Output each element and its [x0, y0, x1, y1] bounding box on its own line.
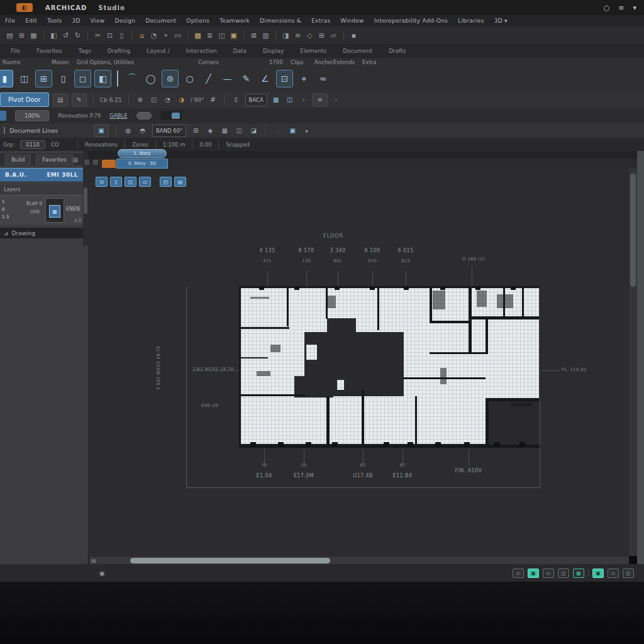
horizontal-scroll-thumb[interactable] [130, 558, 330, 564]
rotate-icon[interactable]: ◔ [148, 30, 160, 41]
columns-icon[interactable]: ▥ [260, 30, 272, 41]
sidebar-selected-row[interactable]: B.A.U. EMI 30LL [0, 168, 83, 182]
slab-tool-icon[interactable]: ◻ [74, 70, 91, 87]
coordinate-readout[interactable]: Cb 6.21 [100, 94, 122, 106]
fit-view-button[interactable]: ⊡ [96, 177, 108, 187]
grid-icon[interactable]: ▩ [192, 30, 204, 41]
half-fill-icon[interactable]: ◓ [138, 125, 148, 136]
layers-quick-button[interactable]: ▤ [174, 177, 186, 187]
hatch2-icon[interactable]: ▦ [219, 125, 230, 136]
tool-icon[interactable] [117, 70, 118, 87]
group-value-box[interactable]: 0110 [20, 140, 45, 149]
caret-right-icon[interactable]: ▸ [302, 125, 312, 136]
info-token[interactable] [225, 95, 225, 105]
favorites-icon[interactable]: ◇ [304, 30, 316, 41]
column-tool-icon[interactable]: ▯ [55, 70, 71, 87]
active-view-tab[interactable]: 0. Story · 3D [116, 158, 168, 169]
toolbar-icon[interactable] [275, 30, 276, 40]
toolbar-icon[interactable] [131, 30, 132, 40]
gable-link[interactable]: GABLE [109, 113, 127, 119]
horizontal-scrollbar[interactable]: ▤ [89, 556, 629, 565]
text-tool-icon[interactable]: ✎ [238, 70, 254, 87]
list-icon[interactable]: ≡ [292, 30, 304, 41]
align-icon[interactable]: ◰ [149, 94, 159, 106]
toggle-switch[interactable] [160, 111, 182, 120]
3d-window-icon[interactable]: ◨ [280, 30, 292, 41]
menu-item[interactable]: Interoperability Add-Ons [369, 18, 453, 24]
round-option-icon[interactable]: ◍ [123, 125, 133, 136]
panel-icon[interactable]: ◫ [234, 125, 244, 136]
save-icon[interactable]: ▦ [28, 30, 40, 41]
toolbar-name[interactable]: Data [225, 48, 255, 54]
layer-combo[interactable]: BACA [245, 94, 267, 106]
pan-button[interactable]: ▯ [110, 177, 122, 187]
toolbar-icon[interactable] [87, 30, 88, 40]
status-field[interactable]: Renovations [77, 140, 125, 148]
corner-fill-icon[interactable]: ◪ [248, 125, 258, 136]
copy-icon[interactable]: ⊡ [104, 30, 116, 41]
sidebar-scrollbar[interactable] [83, 151, 88, 245]
oval-button[interactable] [136, 112, 152, 119]
project-tab[interactable] [102, 160, 116, 168]
tray-icon-2[interactable]: ▣ [528, 569, 539, 578]
layers-icon[interactable]: ≣ [204, 30, 216, 41]
toolbar-name[interactable]: Favorites [28, 48, 70, 54]
tray-icon-7[interactable]: ▭ [608, 569, 619, 578]
circle-tool-icon[interactable]: ◯ [143, 70, 158, 87]
tray-icon-5[interactable]: ▦ [573, 569, 584, 578]
arc-tool-icon[interactable]: ⌒ [124, 70, 140, 87]
status-field[interactable]: 0.00 [192, 140, 218, 148]
line-tool-icon[interactable]: ╱ [201, 70, 216, 87]
status-circle-icon[interactable]: ◉ [99, 570, 105, 577]
zone-icon[interactable]: ▣ [228, 30, 240, 41]
sidebar-tab-build[interactable]: Build [5, 155, 31, 165]
spline-tool-icon[interactable]: ⊚ [162, 70, 179, 87]
menu-item[interactable]: 3D ▾ [489, 18, 513, 24]
grid-snap-icon[interactable]: # [208, 94, 218, 106]
home-story-icon[interactable]: ⌂ [136, 30, 148, 41]
tray-icon-8[interactable]: ◱ [623, 569, 634, 578]
tab-nav-icon-1[interactable] [84, 160, 89, 165]
expand-caret-icon[interactable]: › [299, 94, 309, 106]
elevation-label[interactable]: E [231, 94, 242, 106]
document-token[interactable] [116, 126, 116, 136]
document-token[interactable] [265, 126, 266, 136]
wall-tool-icon[interactable]: ▮ [0, 70, 13, 87]
cut-icon[interactable]: ✂ [92, 30, 104, 41]
doc-blue-icon[interactable]: ▣ [94, 125, 109, 137]
status-field[interactable]: 1:100 m [155, 140, 192, 148]
pick-icon[interactable]: ⌖ [160, 30, 172, 41]
layout-icon[interactable]: ▱ [328, 30, 340, 41]
menu-item[interactable]: Document [140, 18, 181, 24]
tray-icon[interactable] [588, 569, 589, 577]
zoom-level-button[interactable]: 100% [15, 110, 49, 121]
vertical-scroll-thumb[interactable] [630, 174, 636, 287]
publish-icon[interactable]: ◧ [48, 30, 60, 41]
grid-cell-icon[interactable]: ⊞ [191, 125, 201, 136]
toolbar-name[interactable]: Document [335, 48, 380, 54]
menu-item[interactable]: Edit [20, 18, 42, 24]
menu-item[interactable]: Teamwork [214, 18, 255, 24]
toolbar-icon[interactable] [43, 30, 44, 40]
blue-box-icon[interactable]: ▣ [287, 125, 297, 136]
dimension-tool-icon[interactable]: ∠ [257, 70, 273, 87]
toolbar-icon[interactable] [343, 30, 344, 40]
mesh-tool-icon[interactable]: ≈ [315, 70, 331, 87]
tab-nav-icon-2[interactable] [93, 160, 98, 165]
drawing-canvas[interactable] [88, 169, 629, 556]
toolbar-name[interactable]: Drafts [380, 48, 414, 54]
toolbar-icon[interactable] [243, 30, 244, 40]
menu-item[interactable]: Dimensions & [255, 18, 306, 24]
angle-value[interactable]: / 90° [191, 94, 204, 106]
info-token[interactable] [93, 95, 94, 105]
element-preview-thumbnail[interactable]: ▦ [45, 198, 64, 223]
new-file-icon[interactable]: ▤ [4, 30, 16, 41]
menu-icon[interactable]: ≡ [618, 4, 624, 12]
status-field[interactable]: Zones [125, 140, 155, 148]
dot-label[interactable]: · [273, 125, 283, 136]
mirror-icon[interactable]: ◫ [285, 94, 295, 106]
menu-item[interactable]: View [86, 18, 110, 24]
menu-item[interactable]: File [0, 18, 20, 24]
hatch-icon[interactable]: ▦ [271, 94, 281, 106]
toolbar-name[interactable]: Interaction [178, 48, 225, 54]
